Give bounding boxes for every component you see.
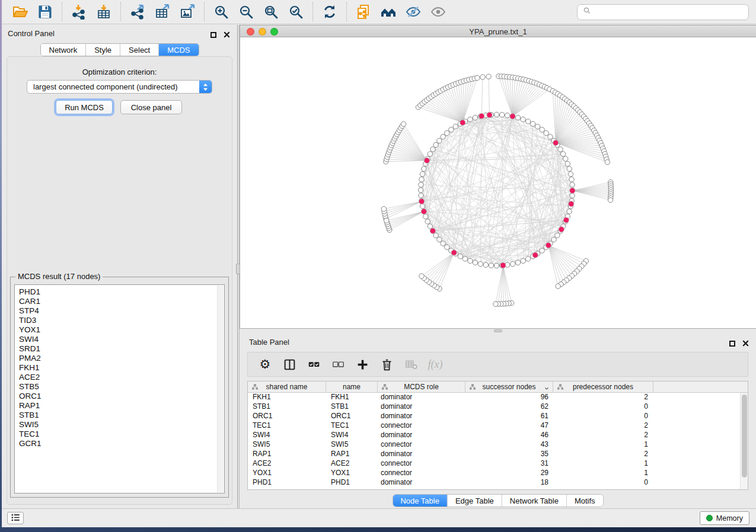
table-cell[interactable]: 0	[553, 478, 653, 488]
table-cell[interactable]: 2	[553, 421, 653, 431]
table-cell[interactable]: dominator	[378, 478, 465, 488]
table-cell[interactable]: 1	[553, 440, 653, 450]
graph-node[interactable]	[419, 177, 424, 182]
scrollbar-thumb[interactable]	[742, 395, 747, 477]
table-cell[interactable]: SWI5	[326, 440, 378, 450]
delete-column-button[interactable]	[379, 357, 394, 372]
tab-mcds[interactable]: MCDS	[159, 44, 198, 56]
graph-node[interactable]	[493, 302, 498, 306]
table-cell[interactable]: connector	[378, 440, 465, 450]
select-all-rows-button[interactable]	[307, 357, 321, 372]
graph-hub-node[interactable]	[559, 227, 564, 232]
graph-node[interactable]	[418, 188, 423, 193]
table-cell[interactable]: 2	[553, 431, 653, 440]
first-neighbors-button[interactable]	[376, 2, 401, 22]
graph-node[interactable]	[608, 197, 613, 202]
graph-node[interactable]	[419, 182, 423, 187]
graph-node[interactable]	[521, 117, 525, 121]
tab-style[interactable]: Style	[86, 44, 120, 56]
graph-hub-node[interactable]	[479, 113, 484, 118]
table-cell[interactable]: YOX1	[248, 469, 326, 478]
apply-layout-button[interactable]	[317, 2, 342, 22]
table-cell[interactable]: 29	[465, 469, 553, 478]
graph-node[interactable]	[441, 134, 445, 139]
table-scrollbar[interactable]	[740, 393, 748, 489]
table-tab-motifs[interactable]: Motifs	[567, 495, 603, 507]
table-cell[interactable]: PHD1	[248, 478, 326, 488]
graph-hub-node[interactable]	[419, 198, 424, 204]
column-header-successor-nodes[interactable]: successor nodes	[465, 382, 553, 392]
graph-node[interactable]	[483, 262, 488, 267]
table-cell[interactable]: dominator	[378, 412, 465, 421]
graph-node[interactable]	[475, 75, 480, 80]
graph-node[interactable]	[441, 241, 445, 246]
close-panel-icon[interactable]	[224, 30, 230, 40]
tab-network[interactable]: Network	[40, 44, 86, 56]
table-cell[interactable]: 1	[553, 469, 653, 478]
graph-node[interactable]	[486, 74, 491, 79]
search-box[interactable]	[577, 4, 749, 20]
table-cell[interactable]: 43	[465, 440, 553, 450]
graph-node[interactable]	[468, 117, 473, 121]
graph-node[interactable]	[425, 219, 430, 224]
graph-hub-node[interactable]	[487, 112, 492, 117]
graph-node[interactable]	[540, 248, 544, 253]
graph-node[interactable]	[568, 172, 573, 177]
graph-node[interactable]	[462, 257, 467, 261]
close-panel-icon[interactable]	[742, 338, 749, 349]
graph-node[interactable]	[525, 257, 530, 261]
graph-hub-node[interactable]	[553, 140, 559, 145]
table-settings-button[interactable]: ⚙	[258, 357, 272, 372]
graph-hub-node[interactable]	[500, 262, 506, 268]
float-panel-icon[interactable]	[729, 341, 735, 347]
import-network-button[interactable]	[66, 2, 91, 22]
mcds-result-item[interactable]: RAP1	[15, 401, 216, 411]
export-table-button[interactable]	[150, 2, 175, 22]
table-tab-node-table[interactable]: Node Table	[393, 495, 448, 507]
mcds-result-item[interactable]: SWI5	[15, 420, 216, 430]
list-scrollbar[interactable]	[217, 286, 224, 492]
table-cell[interactable]: ACE2	[326, 459, 378, 469]
graph-node[interactable]	[521, 258, 525, 263]
graph-hub-node[interactable]	[532, 252, 538, 258]
column-header-predecessor-nodes[interactable]: predecessor nodes	[553, 382, 653, 392]
table-cell[interactable]: SWI5	[248, 440, 326, 450]
graph-node[interactable]	[570, 193, 575, 198]
table-cell[interactable]: 62	[465, 402, 553, 412]
table-tab-edge-table[interactable]: Edge Table	[448, 495, 502, 507]
graph-node[interactable]	[437, 237, 442, 242]
network-canvas[interactable]	[240, 38, 756, 328]
graph-node[interactable]	[560, 152, 565, 156]
save-session-button[interactable]	[33, 2, 58, 22]
graph-node[interactable]	[428, 224, 432, 229]
mcds-result-item[interactable]: TEC1	[15, 430, 216, 439]
graph-node[interactable]	[489, 263, 493, 268]
mcds-result-item[interactable]: STP4	[15, 306, 216, 316]
table-cell[interactable]: dominator	[378, 431, 465, 440]
table-cell[interactable]: RAP1	[248, 450, 326, 459]
table-cell[interactable]: 46	[465, 431, 553, 440]
table-cell[interactable]: ACE2	[248, 459, 326, 469]
table-cell[interactable]: dominator	[378, 402, 465, 412]
task-history-button[interactable]	[7, 512, 24, 524]
graph-hub-node[interactable]	[546, 242, 551, 248]
table-cell[interactable]: TEC1	[326, 421, 378, 431]
graph-node[interactable]	[428, 152, 432, 156]
mcds-result-item[interactable]: STB1	[15, 411, 216, 420]
graph-node[interactable]	[453, 124, 458, 129]
mcds-result-item[interactable]: ORC1	[15, 392, 216, 401]
graph-node[interactable]	[567, 209, 572, 214]
table-cell[interactable]: 2	[553, 450, 653, 459]
show-all-button[interactable]	[426, 2, 451, 22]
add-column-button[interactable]	[355, 357, 369, 372]
zoom-fit-button[interactable]	[259, 2, 283, 22]
graph-node[interactable]	[499, 113, 504, 117]
table-cell[interactable]: STB1	[248, 402, 326, 412]
network-graph[interactable]	[240, 38, 756, 328]
graph-node[interactable]	[430, 147, 435, 152]
graph-hub-node[interactable]	[421, 209, 426, 214]
graph-node[interactable]	[473, 115, 477, 120]
graph-node[interactable]	[420, 172, 425, 177]
graph-node[interactable]	[478, 261, 483, 266]
export-network-button[interactable]	[125, 2, 150, 22]
